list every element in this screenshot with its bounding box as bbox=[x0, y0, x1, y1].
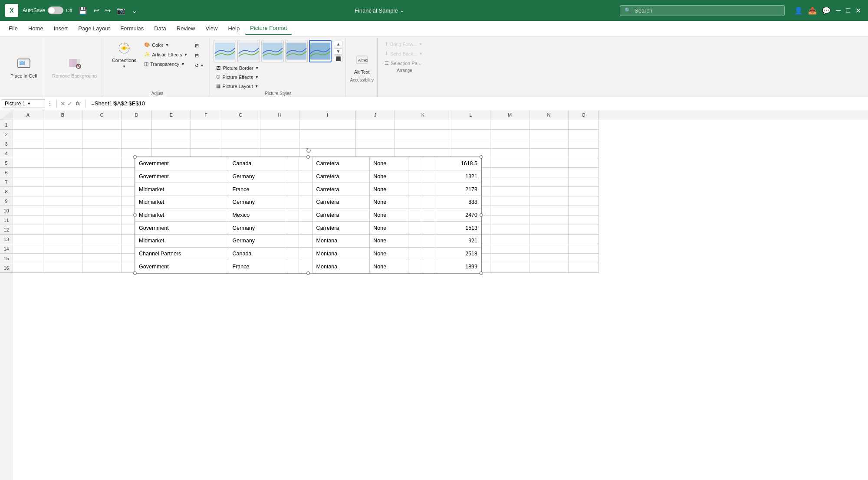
menu-help[interactable]: Help bbox=[223, 23, 245, 34]
cell-o16[interactable] bbox=[569, 263, 599, 273]
cell-c10[interactable] bbox=[82, 206, 122, 216]
cell-b8[interactable] bbox=[43, 187, 82, 196]
share-icon[interactable]: 📤 bbox=[806, 6, 819, 16]
picture-layout-button[interactable]: ▦ Picture Layout ▼ bbox=[214, 82, 342, 90]
cell-n7[interactable] bbox=[529, 177, 569, 187]
cell-value-5[interactable]: 2470 bbox=[436, 209, 481, 222]
cell-f2[interactable] bbox=[191, 130, 221, 139]
cell-c11[interactable] bbox=[82, 216, 122, 225]
filename-dropdown-icon[interactable]: ⌄ bbox=[400, 7, 404, 14]
row-header-9[interactable]: 9 bbox=[0, 196, 13, 206]
cell-segment-1[interactable]: Government bbox=[135, 157, 229, 170]
cell-e1[interactable] bbox=[152, 120, 191, 130]
cell-segment-8[interactable]: Channel Partners bbox=[135, 247, 229, 260]
handle-bottom-left[interactable] bbox=[133, 271, 137, 275]
rotate-handle[interactable]: ↻ bbox=[306, 147, 311, 155]
row-header-3[interactable]: 3 bbox=[0, 139, 13, 149]
cell-o7[interactable] bbox=[569, 177, 599, 187]
cell-discount-4[interactable]: None bbox=[370, 196, 408, 209]
cell-c1[interactable] bbox=[82, 120, 122, 130]
cell-l1[interactable] bbox=[451, 120, 490, 130]
row-header-4[interactable]: 4 bbox=[0, 149, 13, 158]
cell-a6[interactable] bbox=[13, 168, 43, 177]
col-header-c[interactable]: C bbox=[82, 110, 122, 120]
cell-o2[interactable] bbox=[569, 130, 599, 139]
handle-middle-left[interactable] bbox=[133, 213, 137, 217]
cell-k2[interactable] bbox=[395, 130, 451, 139]
cell-product-9[interactable]: Montana bbox=[312, 260, 370, 273]
save-icon[interactable]: 💾 bbox=[77, 6, 89, 16]
cell-f3[interactable] bbox=[191, 139, 221, 149]
cell-product-7[interactable]: Montana bbox=[312, 234, 370, 247]
cell-country-9[interactable]: France bbox=[229, 260, 285, 273]
confirm-formula-icon[interactable]: ✓ bbox=[67, 100, 72, 107]
cell-g3[interactable] bbox=[221, 139, 260, 149]
row-header-11[interactable]: 11 bbox=[0, 216, 13, 225]
cell-product-4[interactable]: Carretera bbox=[312, 196, 370, 209]
cell-n6[interactable] bbox=[529, 168, 569, 177]
cell-segment-9[interactable]: Government bbox=[135, 260, 229, 273]
cell-b11[interactable] bbox=[43, 216, 82, 225]
cell-c8[interactable] bbox=[82, 187, 122, 196]
cell-b16[interactable] bbox=[43, 263, 82, 273]
formula-input[interactable] bbox=[89, 99, 866, 108]
cell-a11[interactable] bbox=[13, 216, 43, 225]
cell-product-1[interactable]: Carretera bbox=[312, 157, 370, 170]
more-icon[interactable]: ⌄ bbox=[130, 6, 139, 16]
search-input[interactable] bbox=[635, 7, 780, 14]
cell-segment-3[interactable]: Midmarket bbox=[135, 183, 229, 196]
row-header-14[interactable]: 14 bbox=[0, 244, 13, 254]
cell-m7[interactable] bbox=[490, 177, 529, 187]
picture-overlay[interactable]: ↻ Government Canada Carretera None 1618.… bbox=[135, 157, 482, 274]
cell-o4[interactable] bbox=[569, 149, 599, 158]
cell-a15[interactable] bbox=[13, 254, 43, 263]
cell-b9[interactable] bbox=[43, 196, 82, 206]
cell-g2[interactable] bbox=[221, 130, 260, 139]
name-box[interactable]: Picture 1 ▼ bbox=[2, 99, 45, 108]
place-in-cell-button[interactable]: Place in Cell bbox=[7, 55, 40, 81]
cell-h3[interactable] bbox=[260, 139, 299, 149]
pic-styles-scroll-up[interactable]: ▲ bbox=[334, 41, 342, 47]
handle-bottom-right[interactable] bbox=[480, 271, 483, 275]
pic-style-1[interactable] bbox=[214, 40, 236, 62]
cell-country-5[interactable]: Mexico bbox=[229, 209, 285, 222]
col-header-l[interactable]: L bbox=[451, 110, 490, 120]
cell-n10[interactable] bbox=[529, 206, 569, 216]
cell-n1[interactable] bbox=[529, 120, 569, 130]
cell-m1[interactable] bbox=[490, 120, 529, 130]
cell-b14[interactable] bbox=[43, 244, 82, 254]
cell-a8[interactable] bbox=[13, 187, 43, 196]
cell-m11[interactable] bbox=[490, 216, 529, 225]
cell-n16[interactable] bbox=[529, 263, 569, 273]
cell-k3[interactable] bbox=[395, 139, 451, 149]
handle-top-left[interactable] bbox=[133, 155, 137, 159]
artistic-effects-button[interactable]: ✨ Artistic Effects ▼ bbox=[141, 50, 190, 59]
cell-o14[interactable] bbox=[569, 244, 599, 254]
cell-m6[interactable] bbox=[490, 168, 529, 177]
send-backward-button[interactable]: ⬇ Send Back... ▼ bbox=[382, 49, 427, 58]
menu-view[interactable]: View bbox=[200, 23, 223, 34]
compress-pictures-button[interactable]: ⊞ bbox=[192, 42, 207, 50]
pic-styles-scroll-more[interactable]: ⬛ bbox=[334, 56, 342, 62]
cell-discount-6[interactable]: None bbox=[370, 222, 408, 235]
cell-country-7[interactable]: Germany bbox=[229, 234, 285, 247]
cell-a12[interactable] bbox=[13, 225, 43, 235]
col-header-b[interactable]: B bbox=[43, 110, 82, 120]
cell-n9[interactable] bbox=[529, 196, 569, 206]
menu-page-layout[interactable]: Page Layout bbox=[73, 23, 115, 34]
cell-o11[interactable] bbox=[569, 216, 599, 225]
cell-product-3[interactable]: Carretera bbox=[312, 183, 370, 196]
cell-c3[interactable] bbox=[82, 139, 122, 149]
cell-segment-7[interactable]: Midmarket bbox=[135, 234, 229, 247]
cell-country-3[interactable]: France bbox=[229, 183, 285, 196]
cell-c16[interactable] bbox=[82, 263, 122, 273]
cell-b10[interactable] bbox=[43, 206, 82, 216]
cell-discount-7[interactable]: None bbox=[370, 234, 408, 247]
cell-m10[interactable] bbox=[490, 206, 529, 216]
camera-icon[interactable]: 📷 bbox=[115, 6, 127, 16]
cell-i1[interactable] bbox=[299, 120, 356, 130]
cell-b12[interactable] bbox=[43, 225, 82, 235]
cell-discount-3[interactable]: None bbox=[370, 183, 408, 196]
cell-value-4[interactable]: 888 bbox=[436, 196, 481, 209]
cell-o5[interactable] bbox=[569, 158, 599, 168]
